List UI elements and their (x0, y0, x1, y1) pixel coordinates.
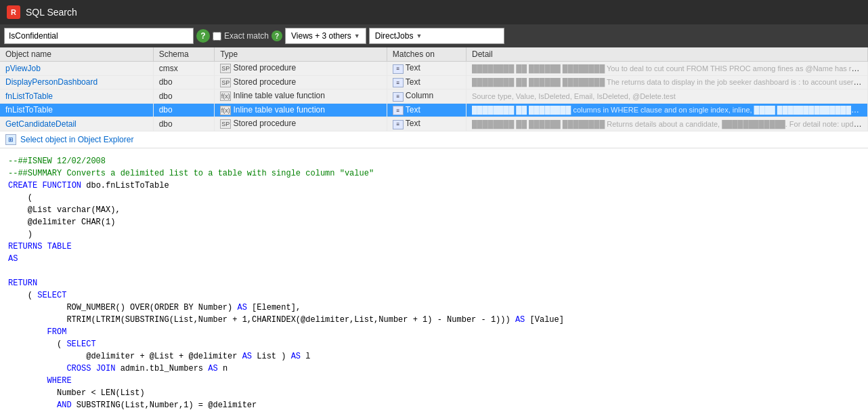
object-name-link[interactable]: pViewJob (5, 64, 41, 73)
schema-cell: dbo (153, 103, 214, 117)
col-header-matcheson: Matches on (387, 47, 466, 62)
matches-icon: ≡ (393, 78, 404, 87)
results-section: Object name Schema Type Matches on Detai… (0, 47, 868, 131)
col-header-objectname: Object name (0, 47, 153, 62)
matches-cell: ≡Text (387, 62, 466, 76)
matches-icon: ≡ (393, 120, 404, 129)
table-row[interactable]: GetCandidateDetaildboSP Stored procedure… (0, 117, 868, 131)
code-keyword: CREATE (8, 181, 37, 190)
schema-cell: dbo (153, 75, 214, 89)
detail-cell: ████████ ██ ██████ ████████ You to deal … (466, 62, 867, 76)
sp-icon: SP (220, 119, 231, 129)
object-name-link[interactable]: DisplayPersonDashboard (5, 77, 97, 87)
type-cell: f(x) Inline table value function (215, 89, 387, 104)
matches-cell: ≡Column (387, 89, 466, 104)
code-keyword: SELECT (66, 340, 95, 349)
search-help-button[interactable]: ? (196, 29, 210, 43)
detail-text: ████████ ██ ██████ ████████ The returns … (472, 77, 868, 87)
results-table: Object name Schema Type Matches on Detai… (0, 47, 868, 131)
code-comment-2: --##SUMMARY Converts a delimited list to… (8, 169, 374, 178)
exact-match-label: Exact match (224, 31, 269, 41)
code-area: --##ISNEW 12/02/2008 --##SUMMARY Convert… (0, 148, 868, 411)
detail-text: Source type, Value, IsDeleted, Email, Is… (472, 92, 676, 100)
detail-text: ████████ ██ ██████ ████████ Returns deta… (472, 119, 868, 129)
code-keyword: AS (242, 352, 252, 361)
table-row[interactable]: fnListToTabledbof(x) Inline table value … (0, 89, 868, 104)
exact-match-area: Exact match ? (213, 30, 282, 41)
schema-cell: dbo (153, 117, 214, 131)
views-dropdown-arrow-icon: ▼ (354, 33, 360, 39)
type-cell: SP Stored procedure (215, 117, 387, 131)
code-keyword: FROM (47, 327, 67, 337)
table-header: Object name Schema Type Matches on Detai… (0, 47, 868, 62)
code-keyword: RETURNS (8, 242, 42, 251)
select-link-bar: ⊞ Select object in Object Explorer (0, 131, 868, 148)
code-keyword: AS (208, 364, 217, 373)
code-keyword: AS (237, 303, 246, 312)
type-cell: SP Stored procedure (215, 62, 387, 76)
main-container: Object name Schema Type Matches on Detai… (0, 47, 868, 410)
fn-icon: f(x) (220, 91, 231, 101)
code-keyword: JOIN (96, 364, 116, 373)
sp-icon: SP (220, 78, 231, 87)
search-input[interactable] (4, 28, 194, 44)
exact-match-help-button[interactable]: ? (272, 30, 282, 41)
table-row[interactable]: fnListToTabledbof(x) Inline table value … (0, 103, 868, 117)
code-keyword: AS (515, 315, 525, 325)
matches-cell: ≡Text (387, 103, 466, 117)
views-dropdown-label: Views + 3 others (291, 31, 351, 41)
toolbar: ? Exact match ? Views + 3 others ▼ Direc… (0, 24, 868, 47)
code-comment-1: --##ISNEW 12/02/2008 (8, 157, 106, 166)
detail-cell: Source type, Value, IsDeleted, Email, Is… (466, 89, 867, 104)
db-dropdown-arrow-icon: ▼ (416, 33, 422, 39)
object-name-link[interactable]: fnListToTable (5, 91, 53, 101)
exact-match-checkbox[interactable] (213, 32, 221, 41)
table-row[interactable]: DisplayPersonDashboarddboSP Stored proce… (0, 75, 868, 89)
matches-icon: ≡ (393, 64, 404, 74)
table-row[interactable]: pViewJobcmsxSP Stored procedure≡Text████… (0, 62, 868, 76)
select-object-link[interactable]: Select object in Object Explorer (20, 135, 133, 144)
detail-text: ████████ ██ ████████ columns in WHERE cl… (472, 105, 868, 115)
fn-icon: f(x) (220, 106, 231, 115)
app-title: SQL Search (26, 7, 77, 18)
detail-cell: ████████ ██ ██████ ████████ Returns deta… (466, 117, 867, 131)
schema-cell: cmsx (153, 62, 214, 76)
code-keyword: WHERE (47, 376, 72, 386)
col-header-detail: Detail (466, 47, 867, 62)
sp-icon: SP (220, 64, 231, 73)
code-keyword: CROSS (66, 364, 91, 373)
code-keyword: AS (291, 352, 301, 361)
code-keyword: SELECT (37, 291, 66, 300)
code-keyword: RETURN (8, 279, 37, 288)
detail-cell: ████████ ██ ██████ ████████ The returns … (466, 75, 867, 89)
table-body: pViewJobcmsxSP Stored procedure≡Text████… (0, 62, 868, 131)
col-header-schema: Schema (153, 47, 214, 62)
code-keyword: TABLE (47, 242, 72, 251)
col-header-type: Type (215, 47, 387, 62)
schema-cell: dbo (153, 89, 214, 104)
object-explorer-icon: ⊞ (5, 134, 16, 145)
object-name-link[interactable]: GetCandidateDetail (5, 119, 77, 129)
views-dropdown-button[interactable]: Views + 3 others ▼ (285, 28, 366, 44)
matches-icon: ≡ (393, 106, 404, 115)
detail-text: ████████ ██ ██████ ████████ You to deal … (472, 64, 868, 73)
type-cell: SP Stored procedure (215, 75, 387, 89)
code-keyword: AS (8, 254, 18, 264)
type-cell: f(x) Inline table value function (215, 103, 387, 117)
object-name-link[interactable]: fnListToTable (5, 105, 53, 115)
code-keyword: FUNCTION (42, 181, 81, 190)
db-dropdown-button[interactable]: DirectJobs ▼ (369, 28, 504, 44)
matches-cell: ≡Text (387, 75, 466, 89)
matches-icon: ≡ (393, 92, 404, 102)
code-keyword: AND (57, 401, 72, 410)
app-logo: R (7, 5, 20, 19)
matches-cell: ≡Text (387, 117, 466, 131)
db-dropdown-label: DirectJobs (375, 31, 414, 41)
detail-cell: ████████ ██ ████████ columns in WHERE cl… (466, 103, 867, 117)
title-bar: R SQL Search (0, 0, 868, 24)
